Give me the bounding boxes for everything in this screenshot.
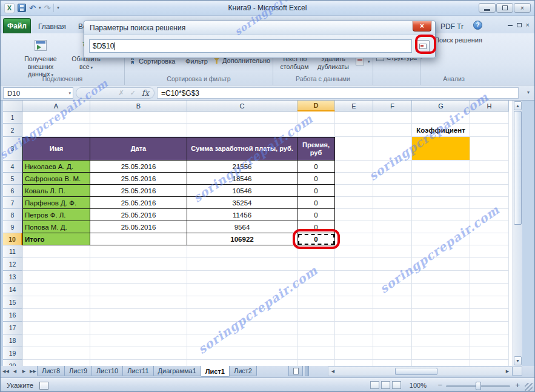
cell-H18[interactable] bbox=[470, 334, 509, 347]
formula-input[interactable]: =C10*$G$3 bbox=[157, 87, 519, 99]
cell-G5[interactable] bbox=[412, 173, 470, 185]
cell-H13[interactable] bbox=[470, 271, 509, 284]
cell-D15[interactable] bbox=[297, 296, 335, 309]
get-external-data-button[interactable]: Получение внешних данных▾ bbox=[15, 36, 66, 78]
expand-formula-bar-icon[interactable]: ▾ bbox=[527, 90, 530, 95]
zoom-out-icon[interactable]: − bbox=[437, 380, 442, 390]
cell-F8[interactable] bbox=[373, 209, 412, 221]
cell-D6[interactable]: 0 bbox=[297, 185, 335, 197]
row-header-9[interactable]: 9 bbox=[3, 221, 22, 233]
cell-A13[interactable] bbox=[22, 271, 90, 284]
cell-F16[interactable] bbox=[373, 309, 412, 322]
help-button[interactable]: ? bbox=[473, 21, 482, 30]
maximize-button[interactable] bbox=[496, 3, 513, 13]
cell-C15[interactable] bbox=[187, 296, 297, 309]
column-header-B[interactable]: B bbox=[90, 101, 187, 111]
workbook-close-icon[interactable]: × bbox=[526, 22, 530, 28]
cell-D19[interactable] bbox=[297, 347, 335, 360]
cell-E4[interactable] bbox=[335, 161, 373, 173]
cell-B10[interactable] bbox=[90, 233, 187, 245]
cell-E14[interactable] bbox=[335, 284, 373, 296]
scroll-up-icon[interactable]: ▲ bbox=[514, 101, 522, 110]
cell-H4[interactable] bbox=[470, 161, 509, 173]
cell-C9[interactable]: 9564 bbox=[187, 221, 297, 233]
tab-pdf[interactable]: PDF Tr bbox=[434, 19, 470, 33]
cell-D5[interactable]: 0 bbox=[297, 173, 335, 185]
cell-A16[interactable] bbox=[22, 309, 90, 322]
cell-A9[interactable]: Попова М. Д. bbox=[22, 221, 90, 233]
cell-C2[interactable] bbox=[187, 124, 297, 137]
cell-E9[interactable] bbox=[335, 221, 373, 233]
cell-E1[interactable] bbox=[335, 111, 373, 124]
cell-D16[interactable] bbox=[297, 309, 335, 322]
scroll-left-icon[interactable]: ◀ bbox=[329, 368, 337, 375]
cell-B15[interactable] bbox=[90, 296, 187, 309]
vertical-scrollbar[interactable]: ▲ ▼ bbox=[513, 101, 522, 366]
cell-F4[interactable] bbox=[373, 161, 412, 173]
cell-D18[interactable] bbox=[297, 334, 335, 347]
row-header-13[interactable]: 13 bbox=[3, 271, 22, 284]
cell-H7[interactable] bbox=[470, 197, 509, 209]
zoom-level[interactable]: 100% bbox=[410, 382, 427, 389]
cell-G4[interactable] bbox=[412, 161, 470, 173]
row-header-1[interactable]: 1 bbox=[3, 111, 22, 124]
horizontal-scroll-thumb[interactable] bbox=[395, 368, 437, 375]
sheet-tab-Лист1[interactable]: Лист1 bbox=[201, 366, 230, 377]
name-box[interactable]: D10 ▾ bbox=[3, 87, 73, 99]
cell-E18[interactable] bbox=[335, 334, 373, 347]
cell-C5[interactable]: 18546 bbox=[187, 173, 297, 185]
row-header-17[interactable]: 17 bbox=[3, 322, 22, 334]
macro-record-icon[interactable] bbox=[39, 382, 48, 390]
cell-B11[interactable] bbox=[90, 245, 187, 258]
dialog-title-bar[interactable]: Параметры поиска решения × bbox=[84, 21, 435, 35]
cell-C18[interactable] bbox=[187, 334, 297, 347]
cell-E2[interactable] bbox=[335, 124, 373, 137]
tab-home[interactable]: Главная bbox=[32, 19, 72, 33]
cell-E12[interactable] bbox=[335, 258, 373, 271]
cell-G20[interactable] bbox=[412, 360, 470, 366]
cell-H19[interactable] bbox=[470, 347, 509, 360]
cell-A2[interactable] bbox=[22, 124, 90, 137]
cell-B7[interactable]: 25.05.2016 bbox=[90, 197, 187, 209]
cell-A1[interactable] bbox=[22, 111, 90, 124]
cell-D2[interactable] bbox=[297, 124, 335, 137]
cell-A4[interactable]: Николаев А. Д. bbox=[22, 161, 90, 173]
sheet-tab-Лист8[interactable]: Лист8 bbox=[37, 366, 65, 376]
vertical-scroll-thumb[interactable] bbox=[514, 111, 522, 225]
column-header-D[interactable]: D bbox=[297, 101, 335, 111]
cell-G13[interactable] bbox=[412, 271, 470, 284]
cell-E5[interactable] bbox=[335, 173, 373, 185]
tab-scrollbar-splitter[interactable] bbox=[305, 366, 309, 376]
cell-F2[interactable] bbox=[373, 124, 412, 137]
cell-E16[interactable] bbox=[335, 309, 373, 322]
cell-H1[interactable] bbox=[470, 111, 509, 124]
data-validation-button[interactable]: ▾ bbox=[356, 58, 370, 65]
cell-A10[interactable]: Итого bbox=[22, 233, 90, 245]
cell-F10[interactable] bbox=[373, 233, 412, 245]
cell-F6[interactable] bbox=[373, 185, 412, 197]
cell-A17[interactable] bbox=[22, 322, 90, 334]
cell-G16[interactable] bbox=[412, 309, 470, 322]
select-all-corner[interactable] bbox=[3, 101, 22, 111]
row-header-12[interactable]: 12 bbox=[3, 258, 22, 271]
cell-E8[interactable] bbox=[335, 209, 373, 221]
column-header-H[interactable]: H bbox=[470, 101, 509, 111]
cell-C4[interactable]: 21556 bbox=[187, 161, 297, 173]
cell-E17[interactable] bbox=[335, 322, 373, 334]
cell-G8[interactable] bbox=[412, 209, 470, 221]
cell-H16[interactable] bbox=[470, 309, 509, 322]
cell-A18[interactable] bbox=[22, 334, 90, 347]
cell-B13[interactable] bbox=[90, 271, 187, 284]
row-header-19[interactable]: 19 bbox=[3, 347, 22, 360]
cell-D4[interactable]: 0 bbox=[297, 161, 335, 173]
cell-G2[interactable]: Коэффициент bbox=[412, 124, 470, 137]
confirm-entry-icon[interactable]: ✓ bbox=[130, 89, 136, 97]
cell-B12[interactable] bbox=[90, 258, 187, 271]
cell-C12[interactable] bbox=[187, 258, 297, 271]
cell-H12[interactable] bbox=[470, 258, 509, 271]
row-header-6[interactable]: 6 bbox=[3, 185, 22, 197]
cell-E20[interactable] bbox=[335, 360, 373, 366]
row-header-15[interactable]: 15 bbox=[3, 296, 22, 309]
row-header-16[interactable]: 16 bbox=[3, 309, 22, 322]
horizontal-scrollbar[interactable]: ◀ ▶ bbox=[328, 367, 513, 376]
